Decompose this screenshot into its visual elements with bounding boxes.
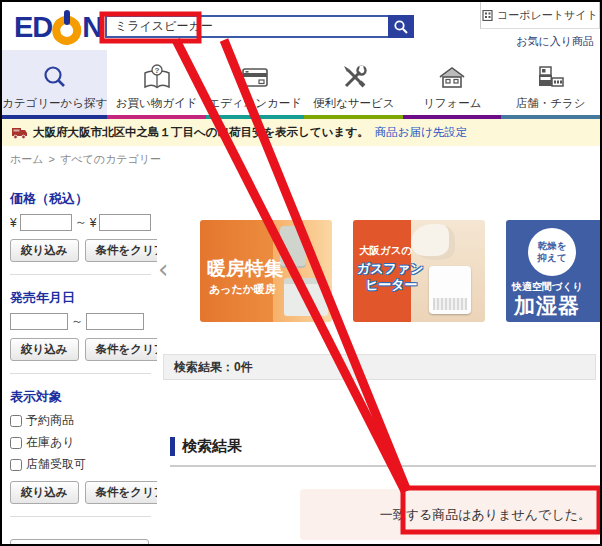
checkbox-label: 在庫あり — [26, 434, 75, 451]
edion-logo[interactable]: ED N — [14, 10, 102, 44]
sidebar-divider — [10, 274, 151, 275]
search-icon — [41, 64, 68, 91]
search-input[interactable] — [105, 15, 388, 38]
yen-symbol: ¥ — [10, 216, 17, 230]
checkbox-store-pickup[interactable]: 店舗受取可 — [10, 456, 151, 473]
breadcrumb: ホーム > すべてのカテゴリー — [2, 146, 600, 172]
tab-label: お買い物ガイド — [116, 96, 198, 111]
main-content: ‹ 暖房特集 あったか暖房 大阪ガスの ガスファン ヒーター 乾燥を 抑えて 快… — [157, 172, 600, 544]
banner-badge: 乾燥を 抑えて — [528, 228, 576, 276]
magnifier-icon — [393, 19, 409, 35]
breadcrumb-current: すべてのカテゴリー — [60, 152, 161, 167]
in-stock-checkbox[interactable] — [10, 437, 22, 449]
sidebar-divider — [10, 373, 151, 374]
price-filter-title: 価格（税込） — [10, 190, 151, 208]
shipping-notice-text: 大阪府大阪市北区中之島１丁目への出荷目安を表示しています。 — [33, 125, 369, 140]
empty-result-box: 一致する商品はありませんでした。 — [300, 489, 599, 540]
svg-text:?: ? — [154, 66, 159, 75]
banner-title: 加湿器 — [514, 292, 580, 320]
release-filter-button[interactable]: 絞り込み — [10, 338, 79, 361]
tab-stores[interactable]: 店舗・チラシ — [501, 50, 600, 119]
release-to-input[interactable] — [86, 313, 144, 330]
search-bar — [105, 15, 414, 38]
power-icon — [51, 9, 83, 45]
price-max-input[interactable] — [99, 214, 151, 231]
search-button[interactable] — [388, 15, 414, 38]
banner-title: 大阪ガスの — [359, 244, 412, 258]
price-filter-button[interactable]: 絞り込み — [10, 239, 79, 262]
checkbox-preorder[interactable]: 予約商品 — [10, 412, 151, 429]
logo-text-ed: ED — [14, 11, 52, 44]
clear-all-filters-button[interactable]: すべての条件をクリア — [10, 539, 149, 546]
building-icon — [482, 10, 493, 21]
tab-services[interactable]: 便利なサービス — [304, 50, 403, 119]
section-divider — [170, 465, 596, 467]
price-min-input[interactable] — [20, 214, 72, 231]
home-icon — [437, 64, 467, 91]
display-target-title: 表示対象 — [10, 388, 151, 406]
release-from-input[interactable] — [10, 313, 68, 330]
main-nav: カテゴリーから探す ? お買い物ガイド エディオンカード — [2, 50, 600, 119]
card-icon — [240, 64, 270, 91]
corporate-site-label: コーポレートサイト — [497, 8, 598, 23]
tab-label: エディオンカード — [208, 96, 302, 111]
search-results-section-header: 検索結果 — [170, 437, 242, 456]
checkbox-label: 店舗受取可 — [26, 456, 86, 473]
section-title: 検索結果 — [182, 437, 242, 456]
tab-label: 店舗・チラシ — [516, 96, 586, 111]
carousel-prev-button[interactable]: ‹ — [158, 256, 168, 282]
banner-subtitle: あったか暖房 — [209, 282, 276, 297]
banner-title: 暖房特集 — [207, 256, 283, 282]
banner-gas-fan-heater[interactable]: 大阪ガスの ガスファン ヒーター — [353, 220, 485, 322]
guide-icon: ? — [142, 64, 172, 91]
empty-result-message: 一致する商品はありませんでした。 — [380, 506, 591, 524]
preorder-checkbox[interactable] — [10, 415, 22, 427]
shipping-notice-bar: 大阪府大阪市北区中之島１丁目への出荷目安を表示しています。 商品お届け先設定 — [2, 119, 600, 146]
filter-sidebar: 価格（税込） ¥ ～ ¥ 絞り込み 条件をクリア 発売年月日 ～ 絞り込み 条件… — [2, 172, 157, 544]
section-accent-bar — [170, 437, 175, 456]
search-result-count-bar: 検索結果：0件 — [163, 354, 596, 380]
breadcrumb-separator: > — [49, 153, 55, 165]
checkbox-in-stock[interactable]: 在庫あり — [10, 434, 151, 451]
favorites-link[interactable]: お気に入り商品 — [516, 34, 594, 49]
yen-symbol: ¥ — [90, 216, 97, 230]
delivery-settings-link[interactable]: 商品お届け先設定 — [375, 125, 468, 140]
gas-heater-image — [429, 266, 471, 314]
breadcrumb-home[interactable]: ホーム — [10, 152, 44, 167]
tab-category-search[interactable]: カテゴリーから探す — [2, 50, 107, 119]
tools-icon — [340, 64, 368, 91]
tab-reform[interactable]: リフォーム — [403, 50, 502, 119]
tab-label: カテゴリーから探す — [2, 96, 107, 111]
banner-carousel: 暖房特集 あったか暖房 大阪ガスの ガスファン ヒーター 乾燥を 抑えて 快適空… — [200, 220, 602, 322]
store-pickup-checkbox[interactable] — [10, 459, 22, 471]
banner-humidifier[interactable]: 乾燥を 抑えて 快適空間づくり 加湿器 — [506, 220, 602, 322]
corporate-site-link[interactable]: コーポレートサイト — [480, 2, 600, 29]
banner-title: ヒーター — [365, 276, 418, 294]
checkbox-label: 予約商品 — [26, 412, 74, 429]
photo-people — [411, 224, 455, 260]
display-filter-button[interactable]: 絞り込み — [10, 481, 79, 504]
header: ED N コーポレートサイト お気に入り商品 — [2, 2, 600, 50]
result-count-text: 検索結果：0件 — [174, 359, 253, 376]
store-icon — [536, 64, 566, 91]
tilde: ～ — [75, 214, 87, 231]
tab-edion-card[interactable]: エディオンカード — [206, 50, 305, 119]
truck-icon — [12, 127, 27, 139]
tilde: ～ — [71, 313, 83, 330]
release-date-filter-title: 発売年月日 — [10, 289, 151, 307]
edion-search-page: ED N コーポレートサイト お気に入り商品 — [0, 0, 602, 546]
heater-product-image — [284, 278, 328, 316]
logo-text-n: N — [82, 11, 102, 44]
tab-label: リフォーム — [423, 96, 482, 111]
sidebar-divider — [10, 516, 151, 517]
tab-label: 便利なサービス — [313, 96, 395, 111]
tab-shopping-guide[interactable]: ? お買い物ガイド — [107, 50, 206, 119]
banner-heating-special[interactable]: 暖房特集 あったか暖房 — [200, 220, 332, 322]
heater-product-image — [280, 226, 306, 266]
